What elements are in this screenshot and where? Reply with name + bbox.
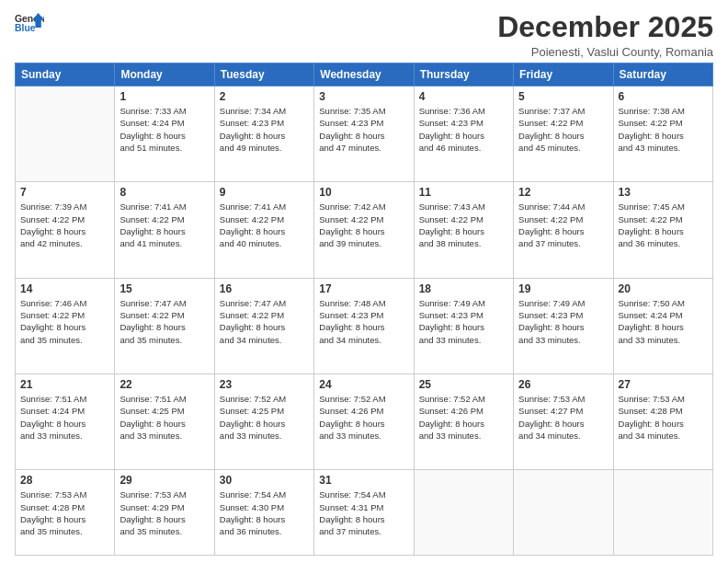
day-info: Sunrise: 7:52 AM Sunset: 4:26 PM Dayligh… [319, 393, 408, 442]
table-row: 26Sunrise: 7:53 AM Sunset: 4:27 PM Dayli… [514, 374, 613, 470]
calendar-table: Sunday Monday Tuesday Wednesday Thursday… [15, 63, 713, 556]
day-info: Sunrise: 7:34 AM Sunset: 4:23 PM Dayligh… [220, 105, 309, 154]
day-number: 15 [119, 282, 209, 295]
table-row: 7Sunrise: 7:39 AM Sunset: 4:22 PM Daylig… [16, 182, 115, 278]
day-number: 4 [419, 90, 508, 103]
table-row: 18Sunrise: 7:49 AM Sunset: 4:23 PM Dayli… [414, 278, 513, 373]
table-row: 3Sunrise: 7:35 AM Sunset: 4:23 PM Daylig… [314, 86, 414, 182]
day-number: 6 [619, 90, 708, 103]
day-number: 5 [518, 90, 608, 103]
table-row: 28Sunrise: 7:53 AM Sunset: 4:28 PM Dayli… [16, 470, 115, 556]
day-number: 28 [20, 474, 109, 487]
table-row: 22Sunrise: 7:51 AM Sunset: 4:25 PM Dayli… [115, 374, 214, 470]
day-number: 27 [619, 378, 708, 391]
table-row: 21Sunrise: 7:51 AM Sunset: 4:24 PM Dayli… [16, 374, 115, 470]
day-info: Sunrise: 7:42 AM Sunset: 4:22 PM Dayligh… [319, 201, 408, 249]
day-number: 16 [220, 282, 309, 295]
day-info: Sunrise: 7:51 AM Sunset: 4:25 PM Dayligh… [119, 393, 209, 442]
day-info: Sunrise: 7:54 AM Sunset: 4:30 PM Dayligh… [220, 488, 309, 537]
table-row [16, 86, 115, 182]
day-info: Sunrise: 7:49 AM Sunset: 4:23 PM Dayligh… [518, 297, 608, 346]
day-number: 17 [319, 282, 408, 295]
day-info: Sunrise: 7:47 AM Sunset: 4:22 PM Dayligh… [220, 297, 309, 346]
day-info: Sunrise: 7:38 AM Sunset: 4:22 PM Dayligh… [619, 105, 708, 154]
header-row: Sunday Monday Tuesday Wednesday Thursday… [16, 63, 713, 86]
day-info: Sunrise: 7:52 AM Sunset: 4:25 PM Dayligh… [220, 393, 309, 442]
day-number: 8 [119, 186, 209, 199]
day-number: 23 [220, 378, 309, 391]
day-info: Sunrise: 7:36 AM Sunset: 4:23 PM Dayligh… [419, 105, 508, 154]
day-info: Sunrise: 7:41 AM Sunset: 4:22 PM Dayligh… [220, 201, 309, 249]
table-row [514, 470, 613, 556]
table-row: 17Sunrise: 7:48 AM Sunset: 4:23 PM Dayli… [314, 278, 414, 373]
day-number: 21 [20, 378, 109, 391]
day-number: 26 [518, 378, 608, 391]
day-number: 22 [119, 378, 209, 391]
table-row: 11Sunrise: 7:43 AM Sunset: 4:22 PM Dayli… [414, 182, 513, 278]
day-info: Sunrise: 7:39 AM Sunset: 4:22 PM Dayligh… [20, 201, 109, 249]
col-friday: Friday [514, 63, 613, 86]
day-number: 11 [419, 186, 508, 199]
day-info: Sunrise: 7:54 AM Sunset: 4:31 PM Dayligh… [319, 488, 408, 537]
day-number: 14 [20, 282, 109, 295]
col-tuesday: Tuesday [214, 63, 313, 86]
table-row: 15Sunrise: 7:47 AM Sunset: 4:22 PM Dayli… [115, 278, 214, 373]
day-number: 30 [220, 474, 309, 487]
month-title: December 2025 [497, 11, 713, 43]
table-row: 5Sunrise: 7:37 AM Sunset: 4:22 PM Daylig… [514, 86, 613, 182]
table-row: 12Sunrise: 7:44 AM Sunset: 4:22 PM Dayli… [514, 182, 613, 278]
day-info: Sunrise: 7:33 AM Sunset: 4:24 PM Dayligh… [119, 105, 209, 154]
day-number: 29 [119, 474, 209, 487]
day-info: Sunrise: 7:47 AM Sunset: 4:22 PM Dayligh… [119, 297, 209, 346]
day-number: 7 [20, 186, 109, 199]
table-row: 2Sunrise: 7:34 AM Sunset: 4:23 PM Daylig… [214, 86, 313, 182]
table-row: 29Sunrise: 7:53 AM Sunset: 4:29 PM Dayli… [115, 470, 214, 556]
day-number: 3 [319, 90, 408, 103]
col-sunday: Sunday [16, 63, 115, 86]
day-info: Sunrise: 7:51 AM Sunset: 4:24 PM Dayligh… [20, 393, 109, 442]
day-info: Sunrise: 7:52 AM Sunset: 4:26 PM Dayligh… [419, 393, 508, 442]
day-info: Sunrise: 7:41 AM Sunset: 4:22 PM Dayligh… [119, 201, 209, 249]
day-number: 25 [419, 378, 508, 391]
table-row [414, 470, 513, 556]
table-row: 10Sunrise: 7:42 AM Sunset: 4:22 PM Dayli… [314, 182, 414, 278]
table-row: 8Sunrise: 7:41 AM Sunset: 4:22 PM Daylig… [115, 182, 214, 278]
table-row: 30Sunrise: 7:54 AM Sunset: 4:30 PM Dayli… [214, 470, 313, 556]
day-info: Sunrise: 7:45 AM Sunset: 4:22 PM Dayligh… [619, 201, 708, 249]
day-info: Sunrise: 7:49 AM Sunset: 4:23 PM Dayligh… [419, 297, 508, 346]
table-row: 23Sunrise: 7:52 AM Sunset: 4:25 PM Dayli… [214, 374, 313, 470]
logo: General Blue [15, 11, 44, 37]
day-info: Sunrise: 7:53 AM Sunset: 4:28 PM Dayligh… [619, 393, 708, 442]
day-number: 10 [319, 186, 408, 199]
col-monday: Monday [115, 63, 214, 86]
table-row: 31Sunrise: 7:54 AM Sunset: 4:31 PM Dayli… [314, 470, 414, 556]
day-info: Sunrise: 7:53 AM Sunset: 4:27 PM Dayligh… [518, 393, 608, 442]
day-info: Sunrise: 7:53 AM Sunset: 4:29 PM Dayligh… [119, 488, 209, 537]
title-block: December 2025 Poienesti, Vaslui County, … [497, 11, 713, 59]
table-row: 19Sunrise: 7:49 AM Sunset: 4:23 PM Dayli… [514, 278, 613, 373]
table-row: 14Sunrise: 7:46 AM Sunset: 4:22 PM Dayli… [16, 278, 115, 373]
table-row: 13Sunrise: 7:45 AM Sunset: 4:22 PM Dayli… [613, 182, 712, 278]
location: Poienesti, Vaslui County, Romania [497, 45, 713, 59]
day-info: Sunrise: 7:35 AM Sunset: 4:23 PM Dayligh… [319, 105, 408, 154]
day-info: Sunrise: 7:46 AM Sunset: 4:22 PM Dayligh… [20, 297, 109, 346]
table-row: 6Sunrise: 7:38 AM Sunset: 4:22 PM Daylig… [613, 86, 712, 182]
col-saturday: Saturday [613, 63, 712, 86]
day-number: 9 [220, 186, 309, 199]
day-number: 19 [518, 282, 608, 295]
table-row: 16Sunrise: 7:47 AM Sunset: 4:22 PM Dayli… [214, 278, 313, 373]
table-row: 1Sunrise: 7:33 AM Sunset: 4:24 PM Daylig… [115, 86, 214, 182]
table-row [613, 470, 712, 556]
day-info: Sunrise: 7:50 AM Sunset: 4:24 PM Dayligh… [619, 297, 708, 346]
logo-icon: General Blue [15, 11, 44, 37]
table-row: 4Sunrise: 7:36 AM Sunset: 4:23 PM Daylig… [414, 86, 513, 182]
svg-text:Blue: Blue [15, 23, 36, 33]
table-row: 9Sunrise: 7:41 AM Sunset: 4:22 PM Daylig… [214, 182, 313, 278]
day-number: 13 [619, 186, 708, 199]
day-info: Sunrise: 7:43 AM Sunset: 4:22 PM Dayligh… [419, 201, 508, 249]
header: General Blue December 2025 Poienesti, Va… [15, 11, 713, 59]
table-row: 25Sunrise: 7:52 AM Sunset: 4:26 PM Dayli… [414, 374, 513, 470]
day-info: Sunrise: 7:37 AM Sunset: 4:22 PM Dayligh… [518, 105, 608, 154]
day-number: 31 [319, 474, 408, 487]
table-row: 20Sunrise: 7:50 AM Sunset: 4:24 PM Dayli… [613, 278, 712, 373]
